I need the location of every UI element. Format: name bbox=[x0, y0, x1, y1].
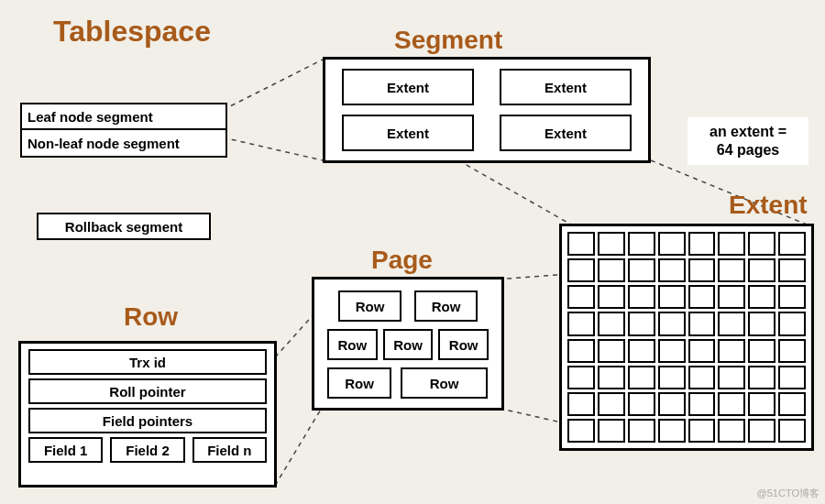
svg-line-0 bbox=[223, 60, 323, 110]
extent-page-cell bbox=[748, 392, 776, 416]
svg-line-4 bbox=[495, 275, 557, 279]
segment-box: Extent Extent Extent Extent bbox=[323, 57, 651, 163]
extent-page-cell bbox=[718, 339, 745, 363]
extent-page-cell bbox=[718, 392, 745, 416]
page-title: Page bbox=[371, 246, 433, 275]
extent-page-cell bbox=[567, 258, 595, 282]
extent-page-cell bbox=[718, 285, 745, 309]
tablespace-title: Tablespace bbox=[53, 15, 211, 49]
svg-line-2 bbox=[458, 160, 571, 225]
extent-page-cell bbox=[778, 419, 806, 443]
extent-page-cell bbox=[778, 312, 806, 335]
extent-page-cell bbox=[778, 366, 806, 389]
row-field: Field 2 bbox=[110, 437, 184, 463]
extent-page-cell bbox=[598, 232, 625, 256]
extent-page-cell bbox=[598, 285, 625, 309]
extent-page-cell bbox=[688, 419, 716, 443]
extent-page-cell bbox=[778, 232, 806, 256]
page-row-cell: Row bbox=[338, 290, 402, 322]
extent-cell: Extent bbox=[500, 115, 632, 151]
page-row-cell: Row bbox=[414, 290, 478, 322]
row-title: Row bbox=[124, 302, 178, 332]
extent-page-cell bbox=[567, 285, 595, 309]
tablespace-segments-block: Leaf node segment Non-leaf node segment bbox=[20, 103, 227, 158]
extent-page-cell bbox=[658, 258, 686, 282]
extent-page-cell bbox=[598, 258, 625, 282]
extent-page-cell bbox=[628, 285, 655, 309]
rollback-segment: Rollback segment bbox=[37, 213, 211, 240]
extent-page-cell bbox=[748, 285, 776, 309]
page-row-cell: Row bbox=[383, 329, 434, 360]
extent-page-cell bbox=[748, 258, 776, 282]
extent-page-cell bbox=[598, 419, 625, 443]
extent-page-cell bbox=[628, 392, 655, 416]
extent-page-cell bbox=[748, 419, 776, 443]
extent-page-cell bbox=[718, 258, 745, 282]
rollback-segment-block: Rollback segment bbox=[37, 213, 211, 240]
note-line1: an extent = bbox=[695, 123, 801, 141]
extent-page-cell bbox=[778, 392, 806, 416]
extent-page-cell bbox=[628, 258, 655, 282]
extent-box bbox=[559, 224, 814, 451]
extent-page-cell bbox=[658, 419, 686, 443]
segment-title: Segment bbox=[394, 26, 502, 55]
extent-page-cell bbox=[688, 232, 716, 256]
extent-page-cell bbox=[567, 366, 595, 389]
extent-page-cell bbox=[567, 419, 595, 443]
row-trx-id: Trx id bbox=[28, 349, 267, 375]
extent-note: an extent = 64 pages bbox=[688, 117, 808, 165]
extent-page-cell bbox=[688, 312, 716, 335]
row-box: Trx id Roll pointer Field pointers Field… bbox=[18, 341, 277, 488]
extent-page-cell bbox=[688, 392, 716, 416]
extent-grid bbox=[562, 226, 811, 448]
extent-page-cell bbox=[628, 339, 655, 363]
row-roll-pointer: Roll pointer bbox=[28, 378, 267, 404]
extent-page-cell bbox=[598, 312, 625, 335]
extent-page-cell bbox=[778, 339, 806, 363]
extent-page-cell bbox=[658, 232, 686, 256]
extent-page-cell bbox=[567, 339, 595, 363]
extent-page-cell bbox=[688, 285, 716, 309]
extent-cell: Extent bbox=[342, 69, 474, 105]
nonleaf-node-segment: Non-leaf node segment bbox=[20, 130, 227, 158]
extent-page-cell bbox=[688, 366, 716, 389]
extent-cell: Extent bbox=[342, 115, 474, 151]
extent-page-cell bbox=[567, 392, 595, 416]
svg-line-7 bbox=[275, 403, 324, 486]
extent-page-cell bbox=[778, 258, 806, 282]
extent-page-cell bbox=[598, 392, 625, 416]
page-row-cell: Row bbox=[327, 367, 391, 399]
extent-page-cell bbox=[628, 366, 655, 389]
extent-page-cell bbox=[658, 392, 686, 416]
extent-page-cell bbox=[748, 366, 776, 389]
extent-page-cell bbox=[718, 232, 745, 256]
extent-page-cell bbox=[688, 339, 716, 363]
row-field: Field 1 bbox=[28, 437, 103, 463]
page-row-cell: Row bbox=[401, 367, 488, 399]
leaf-node-segment: Leaf node segment bbox=[20, 103, 227, 130]
extent-page-cell bbox=[628, 232, 655, 256]
extent-page-cell bbox=[718, 312, 745, 335]
extent-page-cell bbox=[718, 366, 745, 389]
extent-title: Extent bbox=[729, 191, 808, 220]
row-field: Field n bbox=[192, 437, 267, 463]
extent-page-cell bbox=[567, 312, 595, 335]
row-field-pointers: Field pointers bbox=[28, 408, 267, 433]
note-line2: 64 pages bbox=[695, 141, 801, 159]
page-row-cell: Row bbox=[438, 329, 489, 360]
extent-page-cell bbox=[688, 258, 716, 282]
extent-page-cell bbox=[748, 312, 776, 335]
extent-page-cell bbox=[748, 339, 776, 363]
extent-cell: Extent bbox=[500, 69, 632, 105]
extent-page-cell bbox=[598, 339, 625, 363]
extent-page-cell bbox=[628, 419, 655, 443]
svg-line-5 bbox=[497, 408, 557, 422]
page-row-cell: Row bbox=[327, 329, 378, 360]
extent-page-cell bbox=[628, 312, 655, 335]
svg-line-1 bbox=[223, 137, 323, 160]
extent-page-cell bbox=[567, 232, 595, 256]
extent-page-cell bbox=[658, 339, 686, 363]
extent-page-cell bbox=[598, 366, 625, 389]
extent-page-cell bbox=[718, 419, 745, 443]
extent-page-cell bbox=[658, 366, 686, 389]
